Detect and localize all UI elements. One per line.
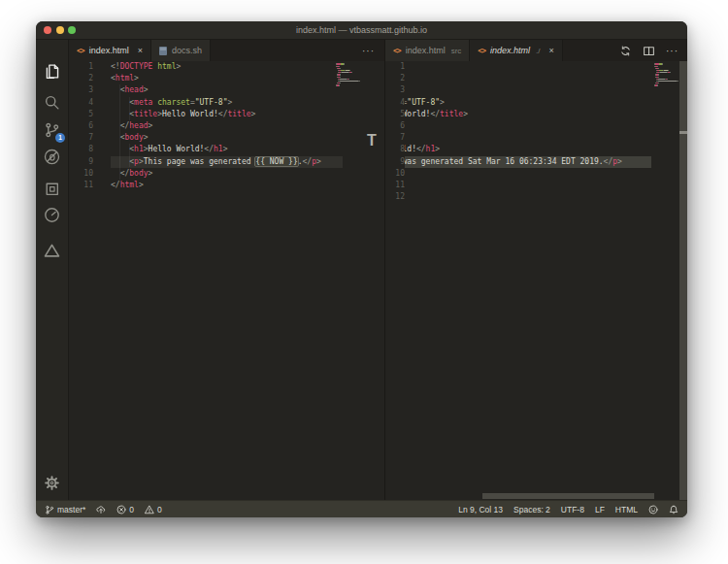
more-actions-button[interactable]: ··· [666,46,678,56]
tab-close-icon[interactable]: × [548,46,553,55]
code-line: <meta charset="UTF-8"> [111,97,343,109]
minimize-button[interactable] [56,26,64,34]
status-cursor-position[interactable]: Ln 9, Col 13 [458,505,503,514]
activity-item-time-extension[interactable] [36,202,67,227]
gear-icon [45,476,59,490]
tab-index-html-src[interactable]: <>index.htmlsrc [385,40,470,61]
code-line: was generated Sat Mar 16 06:23:34 EDT 20… [403,156,651,168]
activity-item-explorer[interactable] [36,58,67,83]
line-number: 1 [69,61,93,73]
status-git-branch[interactable]: master* [45,505,85,514]
tabs-left: <>index.html×docs.sh [69,40,211,61]
tab-label: index.html [490,46,530,55]
line-number: 8 [385,144,405,155]
code-line [403,191,651,203]
split-editor-icon [643,45,655,57]
more-tabs-button[interactable]: ··· [352,40,384,61]
html-file-icon: <> [77,47,84,55]
code-line: <html> [111,73,343,84]
line-number: 10 [69,168,93,180]
editor-left[interactable]: 1234567891011 <!DOCTYPE html><html> <hea… [69,61,384,500]
minimap-left[interactable] [336,63,363,86]
activity-bar: 1 [36,40,69,500]
status-label: Ln 9, Col 13 [458,505,503,514]
line-number: 3 [385,84,405,96]
activity-item-source-control[interactable]: 1 [36,116,67,142]
close-button[interactable] [44,26,51,34]
line-number: 6 [69,120,93,132]
line-number: 9 [385,156,405,168]
gutter-left[interactable]: 1234567891011 [69,61,93,500]
vscode-window: index.html — vtbassmatt.github.io 1 <>in… [36,21,687,517]
horizontal-scrollbar[interactable] [482,493,654,499]
activity-item-extensions[interactable] [36,176,67,201]
status-label: Spaces: 2 [513,505,550,514]
tab-index-html-[interactable]: <>index.html./× [470,40,562,61]
status-publish-changes[interactable] [96,505,106,514]
code-line [403,180,651,191]
code-line [403,73,651,84]
line-number: 7 [69,132,93,144]
status-errors[interactable]: 0 [116,505,134,514]
status-encoding[interactable]: UTF-8 [561,505,584,514]
error-icon [116,505,126,514]
editor-group-right: <>index.htmlsrc<>index.html./× ··· ="UTF… [385,40,687,500]
warning-icon [145,505,154,514]
activity-item-search[interactable] [36,89,67,115]
activity-item-azure-pipelines[interactable] [36,237,67,262]
zoom-button[interactable] [68,26,76,34]
status-label: 0 [157,505,162,514]
status-notifications[interactable] [669,505,678,514]
code-line: World!</title> [403,109,651,120]
code-line: ld!</h1> [403,144,651,155]
code-line: <!DOCTYPE html> [111,61,343,73]
code-line [403,168,651,180]
gutter-right[interactable]: 123456789101112 [385,61,405,500]
vertical-scrollbar[interactable] [679,61,687,500]
tabs-right: <>index.htmlsrc<>index.html./× [385,40,563,61]
split-editor-button[interactable] [643,45,655,57]
status-indentation[interactable]: Spaces: 2 [513,505,550,514]
editor-actions: ··· [619,40,687,61]
code-line: <body> [111,132,343,144]
shell-file-icon [159,47,167,55]
line-number: 4 [69,97,93,109]
tab-label: index.html [89,46,129,55]
code-line: <title>Hello World!</title> [111,109,343,120]
smiley-icon [648,505,658,514]
status-warnings[interactable]: 0 [145,505,162,514]
line-number: 8 [69,144,93,155]
status-label: 0 [129,505,134,514]
code-line: </html> [111,180,343,191]
code-line: </head> [111,120,343,132]
line-number: 12 [385,191,405,203]
code-line [403,84,651,96]
tab-docs-sh[interactable]: docs.sh [151,40,211,61]
activity-item-debug[interactable] [36,144,67,169]
status-feedback[interactable] [648,505,658,514]
line-number: 10 [385,168,405,180]
editor-right[interactable]: ="UTF-8">World!</title>ld!</h1>was gener… [385,61,687,500]
bell-icon [669,505,678,514]
status-label: HTML [615,505,638,514]
synchronize-button[interactable] [619,45,632,57]
line-number: 4 [385,97,405,109]
status-language-mode[interactable]: HTML [615,505,638,514]
tab-description: ./ [536,47,540,55]
scm-badge: 1 [55,133,65,143]
code-line: ="UTF-8"> [403,97,651,109]
tab-index-html[interactable]: <>index.html× [69,40,151,61]
tab-close-icon[interactable]: × [138,46,143,55]
stray-text-artifact: T [367,132,377,149]
debug-icon [44,149,60,165]
title-bar[interactable]: index.html — vtbassmatt.github.io [36,21,687,40]
indent-guide [129,97,130,120]
code-right: ="UTF-8">World!</title>ld!</h1>was gener… [403,61,651,203]
branch-icon [45,505,54,514]
minimap-right[interactable] [654,63,681,86]
status-eol[interactable]: LF [595,505,605,514]
settings-button[interactable] [36,471,67,494]
html-file-icon: <> [393,47,401,55]
code-left: <!DOCTYPE html><html> <head> <meta chars… [111,61,343,191]
line-number: 3 [69,84,93,96]
